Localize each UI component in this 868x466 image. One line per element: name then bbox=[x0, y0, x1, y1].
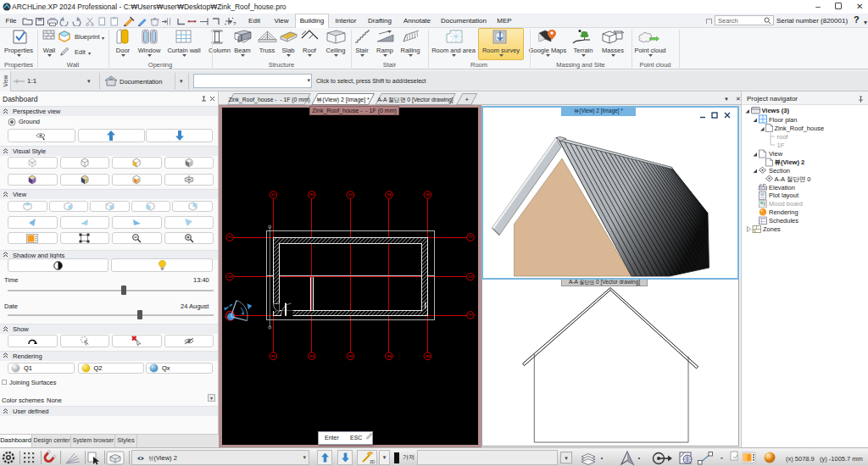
svg-text:X2: X2 bbox=[309, 192, 314, 197]
svg-text:Zones: Zones bbox=[763, 225, 781, 233]
svg-text:Y3: Y3 bbox=[468, 313, 473, 317]
svg-text:X5: X5 bbox=[426, 354, 431, 358]
svg-text:Zink_Roof_house - - 1F (0 mm): Zink_Roof_house - - 1F (0 mm) bbox=[228, 97, 310, 103]
svg-text:X1: X1 bbox=[271, 354, 276, 358]
svg-text:Schedules: Schedules bbox=[769, 217, 798, 225]
svg-text:Rendering: Rendering bbox=[769, 208, 798, 216]
svg-text:Elevation: Elevation bbox=[769, 184, 795, 191]
svg-text:Y2: Y2 bbox=[227, 275, 232, 279]
svg-text:뷰(View) 2 [Image] *: 뷰(View) 2 [Image] * bbox=[316, 97, 370, 103]
svg-text:View: View bbox=[769, 150, 783, 158]
svg-text:Y1: Y1 bbox=[227, 235, 232, 239]
svg-text:Views (3): Views (3) bbox=[762, 107, 790, 114]
svg-text:X1: X1 bbox=[271, 192, 276, 197]
svg-text:X3: X3 bbox=[348, 192, 353, 197]
svg-text:X2: X2 bbox=[309, 354, 314, 358]
svg-text:A-A 절단면 0 [Vector drawing]: A-A 절단면 0 [Vector drawing] bbox=[377, 97, 453, 103]
svg-text:Section: Section bbox=[769, 167, 790, 175]
svg-text:+: + bbox=[465, 96, 469, 103]
svg-text:X5: X5 bbox=[426, 192, 431, 197]
svg-text:?: ? bbox=[233, 21, 236, 26]
svg-text:X3: X3 bbox=[348, 354, 353, 358]
svg-text:Mood board: Mood board bbox=[769, 200, 803, 208]
svg-text:Y2: Y2 bbox=[468, 275, 473, 279]
svg-text:X4: X4 bbox=[387, 192, 392, 197]
svg-text:roof: roof bbox=[777, 133, 789, 141]
svg-text:Zink_Roof_house: Zink_Roof_house bbox=[775, 125, 825, 132]
svg-text:Y1: Y1 bbox=[468, 235, 473, 239]
svg-text:3D: 3D bbox=[370, 459, 376, 464]
svg-text:A-A 절단면 0: A-A 절단면 0 bbox=[775, 175, 811, 183]
svg-text:X4: X4 bbox=[387, 354, 392, 358]
svg-text:Plot layout: Plot layout bbox=[769, 191, 799, 199]
svg-text:Floor plan: Floor plan bbox=[769, 116, 797, 124]
svg-text:1F: 1F bbox=[777, 141, 785, 149]
svg-text:뷰(View) 2: 뷰(View) 2 bbox=[775, 158, 805, 166]
